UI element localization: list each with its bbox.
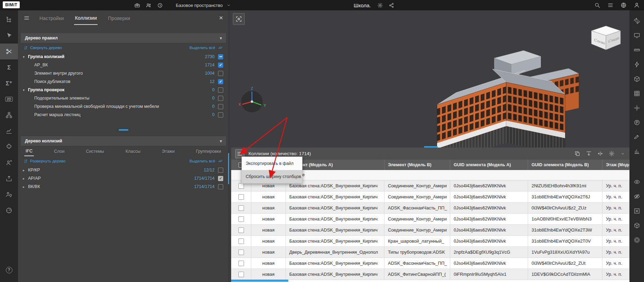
panel-resize-divider[interactable]	[228, 153, 229, 184]
chevron-down-icon[interactable]: ▾	[23, 55, 28, 59]
column-header[interactable]: Этаж (Модель A)	[602, 160, 629, 170]
axis-gizmo[interactable]: Z Y X	[237, 86, 267, 116]
list-icon[interactable]	[607, 2, 614, 8]
tool-sum-icon[interactable]: Σ	[0, 59, 18, 75]
settings-icon[interactable]	[377, 2, 383, 8]
table-row[interactable]: новаяБазовая стена:ADSK_Внутренняя_Кирпи…	[231, 258, 629, 269]
tool-gauge-icon[interactable]	[0, 203, 18, 218]
column-header[interactable]: GUID элемента (Модель A)	[450, 160, 528, 170]
table-settings-icon[interactable]	[609, 151, 615, 157]
table-row[interactable]: новаяБазовая стена:ADSK_Внутренняя_Кирпи…	[231, 269, 629, 280]
row-checkbox[interactable]	[238, 238, 244, 244]
tool-orbit-icon[interactable]	[629, 14, 644, 28]
checkbox[interactable]	[218, 104, 223, 109]
frame-view-button[interactable]	[233, 13, 245, 25]
ctree-tab-слои[interactable]: Слои	[53, 146, 66, 156]
tool-eye-off-icon[interactable]	[629, 189, 644, 203]
tree-item[interactable]: ▾Группа проверок0	[18, 86, 229, 94]
checkbox[interactable]	[218, 96, 223, 101]
tool-collab-icon[interactable]	[0, 155, 18, 171]
checkbox[interactable]	[218, 54, 223, 59]
tree-item[interactable]: ▸АР/АР1714/1714	[18, 174, 229, 182]
search-icon[interactable]	[594, 2, 600, 8]
copy-table-icon[interactable]	[574, 151, 580, 157]
column-header[interactable]: Элемент (Модель B)	[384, 160, 450, 170]
tree-item[interactable]: Подозрительные элементы0	[18, 94, 229, 102]
fit-width-icon[interactable]	[597, 151, 603, 157]
tree-item[interactable]: АР_ВК1714	[18, 61, 229, 69]
ctree-tab-этажи[interactable]: Этажи	[161, 146, 176, 156]
collapse-tree-link[interactable]: Свернуть дерево	[24, 46, 62, 50]
horizontal-scrollbar[interactable]	[231, 280, 288, 282]
tool-model-tree-icon[interactable]	[0, 12, 18, 28]
tab-проверки[interactable]: Проверки	[107, 11, 131, 25]
view-cube[interactable]: Слева Сзади	[589, 25, 623, 53]
tab-коллизии[interactable]: Коллизии	[74, 11, 97, 25]
ctree-tab-системы[interactable]: Системы	[84, 146, 105, 156]
row-checkbox[interactable]	[238, 261, 244, 266]
checkbox[interactable]	[218, 71, 223, 76]
row-checkbox[interactable]	[238, 227, 244, 233]
tool-section-plane-icon[interactable]	[629, 86, 644, 100]
fit-height-icon[interactable]	[586, 151, 592, 157]
tool-cube-hidden-icon[interactable]	[629, 233, 644, 247]
table-row[interactable]: новаяДверь_Деревянная_Внутренняя_Однопол…	[231, 247, 629, 258]
checkbox[interactable]	[218, 63, 223, 68]
history-icon[interactable]	[157, 2, 163, 8]
row-checkbox[interactable]	[238, 216, 244, 222]
checkbox[interactable]	[218, 176, 223, 181]
tool-eye-icon[interactable]	[629, 175, 644, 189]
user-icon[interactable]	[634, 2, 640, 8]
table-row[interactable]: новаяБазовая стена:ADSK_Внутренняя_Кирпи…	[231, 214, 629, 225]
checkbox[interactable]	[218, 79, 223, 84]
context-menu-item[interactable]: Сбросить ширину столбцов	[242, 170, 302, 183]
tree-item[interactable]: Проверка минимальной свободной площади с…	[18, 102, 229, 111]
tool-plugins-icon[interactable]	[0, 139, 18, 155]
checkbox[interactable]	[218, 87, 223, 93]
tab-настройки[interactable]: Настройки	[39, 11, 64, 25]
ctree-tab-классы[interactable]: Классы	[124, 146, 142, 156]
chevron-right-icon[interactable]: ▸	[23, 168, 28, 172]
chevron-down-icon[interactable]: ▾	[23, 88, 28, 92]
row-checkbox[interactable]	[238, 183, 244, 189]
panel-menu-icon[interactable]	[24, 15, 30, 21]
tool-cube-icon[interactable]	[629, 218, 644, 232]
checkbox[interactable]	[218, 112, 223, 118]
checkbox[interactable]	[218, 184, 223, 189]
share-icon[interactable]	[389, 2, 394, 8]
tool-clash-icon[interactable]	[0, 44, 18, 59]
collisions-tree-header[interactable]: Дерево коллизий ▾	[21, 136, 226, 146]
ctree-tab-группировки[interactable]: Группировки	[194, 146, 223, 156]
row-checkbox[interactable]	[238, 250, 244, 255]
chevron-right-icon[interactable]: ▸	[23, 177, 28, 180]
select-all-link[interactable]: Выделить всё ✓✓	[190, 159, 223, 163]
tree-item[interactable]: ▸ВК/ВК1714/1714	[18, 182, 229, 191]
tool-sum-plus-icon[interactable]: Σ⁺	[0, 75, 18, 91]
tool-2d-icon[interactable]: 2D	[0, 91, 18, 107]
row-checkbox[interactable]	[238, 205, 244, 211]
tool-measure-icon[interactable]	[629, 43, 644, 57]
tool-section-box-icon[interactable]	[629, 72, 644, 86]
tree-item[interactable]: ▸КР/КР12/12	[18, 166, 229, 174]
workspace-selector[interactable]: Базовое пространство	[176, 0, 231, 10]
table-row[interactable]: новаяБазовая стена:ADSK_Внутренняя_Кирпи…	[231, 191, 629, 203]
tree-item[interactable]: Элемент внутри другого1004	[18, 69, 229, 77]
rules-tree-header[interactable]: Дерево правил ▾	[21, 33, 226, 43]
app-logo[interactable]: BIMiT	[3, 1, 20, 8]
section-resize-handle[interactable]	[119, 129, 128, 131]
close-panel-button[interactable]: ✕	[219, 15, 223, 21]
team-icon[interactable]	[146, 2, 152, 8]
tool-levels-icon[interactable]	[629, 144, 644, 158]
tree-item[interactable]: Расчет марша лестниц0	[18, 111, 229, 119]
globe-icon[interactable]	[620, 2, 627, 8]
tool-graph-icon[interactable]	[0, 123, 18, 139]
context-menu-item[interactable]: Экспортировать в файл	[242, 157, 302, 170]
row-checkbox[interactable]	[238, 194, 244, 200]
toolbox-icon[interactable]	[134, 2, 140, 8]
column-header[interactable]: GUID элемента (Модель B)	[528, 160, 602, 170]
tool-cut-plane-icon[interactable]	[629, 130, 644, 144]
checkbox[interactable]	[218, 168, 223, 173]
tool-parking-icon[interactable]	[629, 115, 644, 129]
table-row[interactable]: новаяБазовая стена:ADSK_Внутренняя_Кирпи…	[231, 236, 629, 247]
chevron-right-icon[interactable]: ▸	[23, 185, 28, 189]
